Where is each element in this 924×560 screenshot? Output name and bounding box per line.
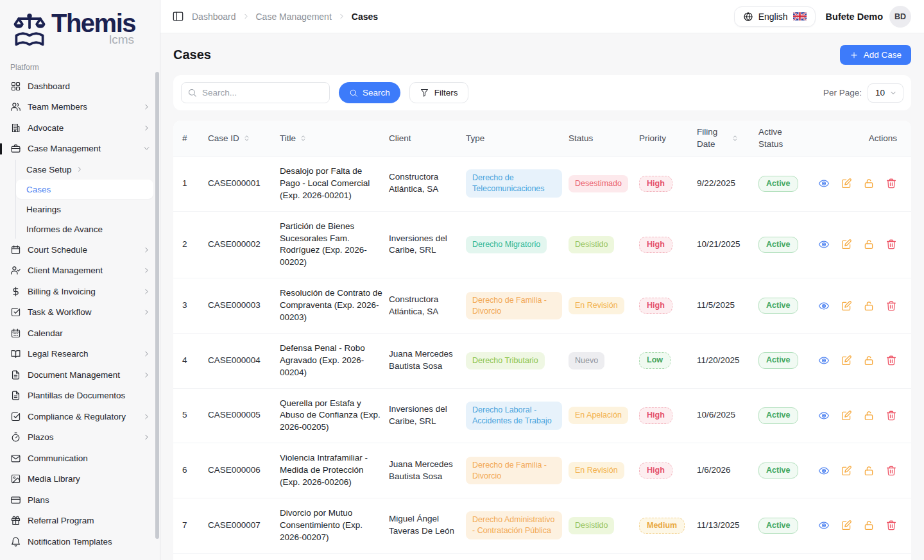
column-header-type: Type xyxy=(466,133,569,143)
table-row[interactable]: 1CASE000001Desalojo por Falta de Pago - … xyxy=(173,157,911,212)
sidebar-item-referral-program[interactable]: Referral Program xyxy=(0,511,160,532)
delete-button[interactable] xyxy=(886,178,897,189)
building-icon xyxy=(10,123,21,133)
chevron-down-icon xyxy=(889,89,897,97)
sidebar-item-plazos[interactable]: Plazos xyxy=(0,427,160,448)
edit-button[interactable] xyxy=(841,300,852,312)
breadcrumb-case-management[interactable]: Case Management xyxy=(256,12,332,22)
page-header: Cases Add Case xyxy=(160,33,924,75)
delete-button[interactable] xyxy=(886,520,897,531)
delete-button[interactable] xyxy=(886,239,897,250)
sidebar-item-dashboard[interactable]: Dashboard xyxy=(0,76,160,97)
plus-icon xyxy=(850,51,859,60)
view-button[interactable] xyxy=(818,465,830,477)
edit-button[interactable] xyxy=(841,178,852,189)
filters-button[interactable]: Filters xyxy=(409,82,468,103)
chevron-right-icon xyxy=(142,371,151,379)
lock-button[interactable] xyxy=(863,239,875,250)
edit-button[interactable] xyxy=(841,410,852,421)
search-input[interactable] xyxy=(181,82,330,103)
sidebar-item-case-management[interactable]: Case Management xyxy=(0,139,160,160)
case-id-cell: CASE000007 xyxy=(208,520,280,532)
table-row[interactable]: 7CASE000007Divorcio por Mutuo Consentimi… xyxy=(173,498,911,554)
view-button[interactable] xyxy=(818,178,830,189)
search-icon xyxy=(349,89,358,98)
sidebar-item-team-members[interactable]: Team Members xyxy=(0,97,160,118)
lock-button[interactable] xyxy=(863,300,875,312)
brand-logo[interactable]: Themis lcms xyxy=(0,0,160,56)
status-badge: Desistido xyxy=(569,236,614,253)
lock-button[interactable] xyxy=(863,465,875,477)
sidebar-item-notification-templates[interactable]: Notification Templates xyxy=(0,531,160,552)
delete-button[interactable] xyxy=(886,355,897,366)
sidebar-item-plantillas-de-documentos[interactable]: Plantillas de Documentos xyxy=(0,386,160,407)
sidebar-item-hearings[interactable]: Hearings xyxy=(16,199,153,219)
edit-button[interactable] xyxy=(841,239,852,250)
themis-logo-icon xyxy=(10,10,49,50)
sidebar-item-billing-invoicing[interactable]: Billing & Invoicing xyxy=(0,281,160,302)
sidebar-item-media-library[interactable]: Media Library xyxy=(0,469,160,490)
title-cell: Desalojo por Falta de Pago - Local Comer… xyxy=(280,165,389,202)
edit-button[interactable] xyxy=(841,465,852,477)
sidebar-item-calendar[interactable]: Calendar xyxy=(0,323,160,344)
lock-button[interactable] xyxy=(863,355,875,366)
column-header-status: Status xyxy=(569,133,639,143)
case-id-cell: CASE000006 xyxy=(208,464,280,477)
user-check-icon xyxy=(10,265,21,276)
table-row[interactable]: 8CASE000008Demanda en Fijación de Pensió… xyxy=(173,554,911,560)
actions-cell xyxy=(817,465,902,477)
lock-button[interactable] xyxy=(863,178,875,189)
language-selector[interactable]: English xyxy=(734,6,816,27)
view-button[interactable] xyxy=(818,410,830,421)
sidebar-item-communication[interactable]: Communication xyxy=(0,448,160,469)
trash-icon xyxy=(886,410,897,421)
table-row[interactable]: 5CASE000005Querella por Estafa y Abuso d… xyxy=(173,389,911,444)
search-button[interactable]: Search xyxy=(339,82,400,103)
table-row[interactable]: 3CASE000003Resolución de Contrato de Com… xyxy=(173,278,911,334)
status-badge: En Apelación xyxy=(569,407,628,424)
view-button[interactable] xyxy=(818,520,830,531)
active-status-badge: Active xyxy=(758,176,798,192)
users-icon xyxy=(10,101,21,112)
table-row[interactable]: 4CASE000004Defensa Penal - Robo Agravado… xyxy=(173,334,911,389)
row-number: 3 xyxy=(182,300,208,312)
sidebar-toggle-icon[interactable] xyxy=(172,10,184,22)
sidebar-item-informes-de-avance[interactable]: Informes de Avance xyxy=(16,219,153,239)
add-case-button[interactable]: Add Case xyxy=(840,45,911,65)
title-cell: Divorcio por Mutuo Consentimiento (Exp. … xyxy=(280,507,389,544)
delete-button[interactable] xyxy=(886,465,897,477)
trash-icon xyxy=(886,178,897,189)
chevron-right-icon xyxy=(142,433,151,441)
account-name: Bufete Demo xyxy=(826,12,883,22)
delete-button[interactable] xyxy=(886,410,897,421)
sidebar-item-client-management[interactable]: Client Management xyxy=(0,260,160,282)
account-menu[interactable]: Bufete Demo BD xyxy=(826,6,911,28)
sidebar-scrollbar[interactable] xyxy=(155,72,159,539)
filing-date-cell: 10/21/2025 xyxy=(697,239,758,251)
sidebar-item-compliance-regulatory[interactable]: Compliance & Regulatory xyxy=(0,406,160,427)
sidebar-item-case-setup[interactable]: Case Setup xyxy=(16,160,153,179)
sidebar-item-document-management[interactable]: Document Management xyxy=(0,364,160,386)
sidebar-item-legal-research[interactable]: Legal Research xyxy=(0,344,160,365)
chevron-right-icon xyxy=(142,266,151,275)
sidebar-item-cases[interactable]: Cases xyxy=(16,180,153,199)
table-row[interactable]: 2CASE000002Partición de Bienes Sucesoral… xyxy=(173,212,911,279)
view-button[interactable] xyxy=(818,300,830,312)
sidebar-item-plans[interactable]: Plans xyxy=(0,489,160,511)
sidebar-item-advocate[interactable]: Advocate xyxy=(0,117,160,139)
lock-button[interactable] xyxy=(863,520,875,531)
lock-button[interactable] xyxy=(863,410,875,421)
sidebar-item-label: Team Members xyxy=(28,102,136,112)
delete-button[interactable] xyxy=(886,300,897,312)
breadcrumb-dashboard[interactable]: Dashboard xyxy=(192,12,236,22)
table-row[interactable]: 6CASE000006Violencia Intrafamiliar - Med… xyxy=(173,443,911,498)
edit-button[interactable] xyxy=(841,520,852,531)
sidebar-item-task-workflow[interactable]: Task & Workflow xyxy=(0,302,160,323)
status-badge: En Revisión xyxy=(569,462,624,479)
sidebar-item-court-schedule[interactable]: Court Schedule xyxy=(0,239,160,260)
edit-button[interactable] xyxy=(841,355,852,366)
view-button[interactable] xyxy=(818,355,830,366)
row-number: 7 xyxy=(182,520,208,532)
view-button[interactable] xyxy=(818,239,830,250)
per-page-select[interactable]: 10 xyxy=(868,83,903,103)
